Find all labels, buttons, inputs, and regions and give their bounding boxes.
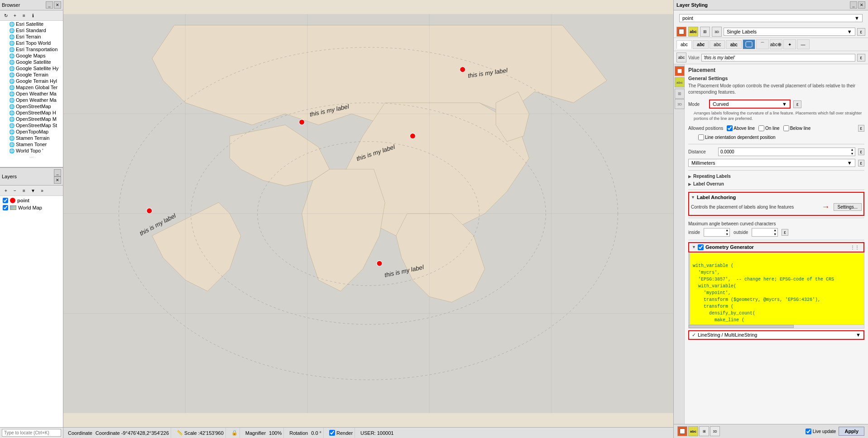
browser-item-open-weather-1[interactable]: 🌐 Open Weather Ma	[0, 90, 63, 97]
mode-epsilon-btn[interactable]: ε	[793, 100, 801, 108]
browser-item-google-satellite[interactable]: 🌐 Google Satellite	[0, 59, 63, 65]
browser-item-google-terrain[interactable]: 🌐 Google Terrain	[0, 71, 63, 78]
on-line-checkbox[interactable]	[758, 125, 764, 131]
anchoring-collapse-icon[interactable]: ▼	[691, 195, 695, 200]
tab-rendering[interactable]: ✦	[783, 39, 796, 49]
browser-info-btn[interactable]: ℹ	[29, 11, 37, 19]
render-checkbox[interactable]	[329, 430, 335, 436]
distance-input[interactable]: 0.0000	[719, 148, 850, 155]
diagram-btn[interactable]: ⊞	[700, 27, 710, 37]
browser-add-btn[interactable]: +	[11, 11, 19, 19]
browser-item-esri-transport[interactable]: 🌐 Esri Transportation	[0, 46, 63, 52]
layer-item-worldmap[interactable]: World Map	[1, 204, 62, 211]
inside-angle-input[interactable]: 25.0	[704, 229, 724, 236]
map-area[interactable]: this is my label this is my label this i…	[63, 0, 673, 438]
browser-item-mapzen[interactable]: 🌐 Mapzen Global Ter	[0, 84, 63, 90]
browser-close-btn[interactable]: ✕	[54, 1, 61, 9]
browser-item-esri-standard[interactable]: 🌐 Esri Standard	[0, 27, 63, 33]
search-input[interactable]	[2, 429, 61, 437]
below-line-item[interactable]: Below line	[783, 125, 811, 131]
tab-callout[interactable]: ⌒	[756, 39, 769, 49]
browser-minimize-btn[interactable]: _	[46, 1, 53, 9]
layers-add-btn[interactable]: +	[2, 186, 10, 195]
browser-item-google-satellite-hy[interactable]: 🌐 Google Satellite Hy	[0, 65, 63, 71]
tab-formatting[interactable]: abc	[693, 40, 709, 49]
repeating-labels-header[interactable]: ▶ Repeating Labels	[685, 172, 868, 180]
label-style-btn[interactable]: abc	[688, 27, 698, 37]
geom-gen-header[interactable]: ▼ Geometry Generator ⋮⋮	[688, 242, 864, 252]
sidebar-icon-4[interactable]: 3D	[675, 99, 685, 109]
apply-button[interactable]: Apply	[839, 427, 864, 436]
live-update-checkbox[interactable]	[806, 428, 811, 434]
distance-down-btn[interactable]: ▼	[850, 152, 855, 156]
layer-item-point[interactable]: point	[1, 197, 62, 204]
distance-up-btn[interactable]: ▲	[850, 148, 855, 152]
outside-down-btn[interactable]: ▼	[772, 233, 777, 236]
below-line-checkbox[interactable]	[783, 125, 789, 131]
browser-refresh-btn[interactable]: ↻	[2, 11, 10, 19]
inside-down-btn[interactable]: ▼	[724, 233, 729, 236]
layers-close-btn[interactable]: ✕	[54, 176, 61, 184]
angle-epsilon-btn[interactable]: ε	[782, 229, 788, 236]
browser-item-osm-h[interactable]: 🌐 OpenStreetMap H	[0, 110, 63, 116]
browser-list[interactable]: 🌐 Esri Satellite 🌐 Esri Standard 🌐 Esri …	[0, 21, 63, 167]
tab-unknown[interactable]: —	[797, 39, 810, 49]
sidebar-icon-3[interactable]: ⊞	[675, 89, 685, 99]
code-editor[interactable]: with_variable ( 'mycrs', 'EPSG:3857', --…	[688, 252, 864, 325]
tab-shadow[interactable]: abc	[726, 40, 741, 49]
browser-item-esri-topo[interactable]: 🌐 Esri Topo World	[0, 40, 63, 46]
browser-item-stamen-terrain[interactable]: 🌐 Stamen Terrain	[0, 135, 63, 141]
browser-item-osm[interactable]: 🌐 OpenStreetMap	[0, 103, 63, 110]
browser-item-world-topo[interactable]: 🌐 World Topo '	[0, 148, 63, 154]
action-icon-3[interactable]: ⊞	[699, 426, 709, 436]
layers-minimize-btn[interactable]: _	[54, 169, 61, 176]
styling-main[interactable]: Placement General Settings The Placement…	[685, 64, 868, 424]
action-icon-2[interactable]: abc	[688, 426, 698, 436]
tab-buffer[interactable]: abc	[710, 40, 725, 49]
browser-filter-btn[interactable]: ≡	[20, 11, 28, 19]
layer-selector-dropdown[interactable]: point ▼	[679, 14, 863, 22]
value-field-display[interactable]: 'this is my label'	[701, 54, 855, 62]
action-icon-1[interactable]	[677, 426, 687, 436]
distance-epsilon-btn[interactable]: ε	[858, 148, 864, 155]
layers-remove-btn[interactable]: −	[11, 186, 19, 195]
outside-angle-input[interactable]: 25.0	[752, 229, 772, 236]
code-scrollbar-thumb[interactable]	[689, 325, 794, 328]
outside-up-btn[interactable]: ▲	[772, 229, 777, 232]
label-method-dropdown[interactable]: Single Labels ▼	[724, 28, 855, 36]
unit-dropdown[interactable]: Millimeters ▼	[688, 159, 855, 167]
settings-button[interactable]: Settings...	[834, 203, 862, 211]
browser-item-stamen-toner[interactable]: 🌐 Stamen Toner	[0, 141, 63, 148]
layers-filter-btn[interactable]: ≡	[20, 186, 28, 195]
mode-dropdown[interactable]: Curved ▼	[709, 100, 791, 109]
browser-item-esri-satellite[interactable]: 🌐 Esri Satellite	[0, 21, 63, 27]
action-icon-4[interactable]: 3D	[710, 426, 720, 436]
browser-item-esri-terrain[interactable]: 🌐 Esri Terrain	[0, 33, 63, 40]
styling-minimize-btn[interactable]: _	[850, 1, 857, 9]
layer-worldmap-checkbox[interactable]	[3, 205, 8, 210]
line-orientation-checkbox[interactable]	[698, 134, 704, 140]
browser-item-google-terrain-hyl[interactable]: 🌐 Google Terrain Hyl	[0, 78, 63, 84]
line-orientation-row[interactable]: Line orientation dependent position	[685, 133, 868, 142]
map-content[interactable]: this is my label this is my label this i…	[63, 0, 673, 427]
layer-point-checkbox[interactable]	[3, 198, 8, 203]
tab-background[interactable]	[743, 39, 755, 49]
browser-item-osm-st[interactable]: 🌐 OpenStreetMap St	[0, 122, 63, 129]
3d-btn[interactable]: 3D	[712, 27, 722, 37]
above-line-item[interactable]: Above line	[727, 125, 755, 131]
layers-more-btn[interactable]: »	[38, 186, 46, 195]
color-style-btn[interactable]	[676, 27, 686, 37]
geom-type-dropdown[interactable]: ✓ LineString / MultiLineString ▼	[688, 330, 864, 340]
layers-filter2-btn[interactable]: ▼	[29, 186, 37, 195]
browser-item-google-maps[interactable]: 🌐 Google Maps	[0, 52, 63, 59]
on-line-item[interactable]: On line	[758, 125, 780, 131]
unit-epsilon-btn[interactable]: ε	[858, 160, 864, 167]
styling-close-btn[interactable]: ✕	[858, 1, 865, 9]
render-display[interactable]: Render	[327, 428, 355, 438]
browser-item-osm-m[interactable]: 🌐 OpenStreetMap M	[0, 116, 63, 122]
positions-epsilon-btn[interactable]: ε	[858, 125, 864, 132]
code-scrollbar[interactable]	[688, 325, 864, 328]
tab-text[interactable]: abc	[676, 40, 692, 49]
sidebar-icon-1[interactable]	[675, 66, 685, 76]
geom-gen-more-btn[interactable]: ⋮⋮	[849, 245, 861, 250]
